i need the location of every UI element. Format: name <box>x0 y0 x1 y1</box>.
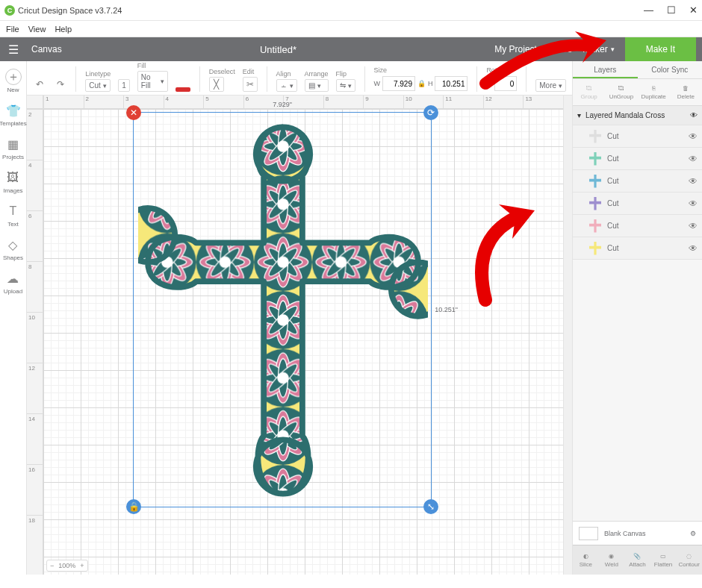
color-swatch[interactable] <box>176 87 190 92</box>
blank-canvas-row[interactable]: Blank Canvas ⚙ <box>573 521 702 545</box>
design-canvas[interactable]: 7.929" 10.251" ✕ ⟳ 🔒 ⤡ <box>43 109 563 575</box>
fill-label: Fill <box>137 62 168 69</box>
rail-text[interactable]: TText <box>5 200 22 231</box>
layer-thumb <box>589 242 601 255</box>
op-attach[interactable]: 📎Attach <box>624 545 650 575</box>
op-slice[interactable]: ◐Slice <box>573 545 599 575</box>
eye-icon[interactable]: 👁 <box>689 131 698 142</box>
rail-images[interactable]: 🖼Images <box>3 166 22 197</box>
tab-color-sync[interactable]: Color Sync <box>638 61 703 78</box>
op-weld[interactable]: ◉Weld <box>599 545 625 575</box>
attach-icon: 📎 <box>633 553 641 560</box>
header-canvas-label: Canvas <box>27 44 62 54</box>
rail-text-label: Text <box>7 221 19 228</box>
hamburger-icon[interactable]: ☰ <box>0 43 27 57</box>
window-close-icon[interactable]: ✕ <box>689 4 698 16</box>
app-header: ☰ Canvas Untitled* My Projects Save Make… <box>0 37 702 61</box>
machine-picker[interactable]: Maker ▾ <box>583 44 614 54</box>
rail-upload-label: Upload <box>4 288 22 295</box>
layer-row[interactable]: Cut👁 <box>573 170 702 193</box>
templates-icon: 👕 <box>5 102 22 119</box>
op-flatten[interactable]: ▭Flatten <box>650 545 677 575</box>
canvas-wrap: 24681012141618 12345678910111213 7.929" … <box>27 96 572 575</box>
edit-label: Edit <box>243 68 258 75</box>
op-contour[interactable]: ◌Contour <box>676 545 702 575</box>
vertical-scrollbar[interactable] <box>563 96 572 575</box>
layer-row[interactable]: Cut👁 <box>573 125 702 148</box>
fill-select[interactable]: No Fill▾ <box>137 71 168 92</box>
caret-down-icon: ▾ <box>577 111 581 119</box>
window-maximize-icon[interactable]: ☐ <box>667 4 676 16</box>
tab-layers[interactable]: Layers <box>573 61 638 78</box>
size-label: Size <box>373 66 468 74</box>
layer-name: Cut <box>607 244 619 252</box>
layers-panel: Layers Color Sync ⿻Group ⿻UnGroup ⎘Dupli… <box>572 61 702 575</box>
flatten-icon: ▭ <box>660 553 666 560</box>
layer-row[interactable]: Cut👁 <box>573 237 702 260</box>
layer-row[interactable]: Cut👁 <box>573 215 702 237</box>
lock-aspect-icon[interactable]: 🔒 <box>417 80 426 87</box>
eye-icon[interactable]: 👁 <box>689 154 698 164</box>
zoom-out-icon[interactable]: − <box>50 562 54 569</box>
align-select[interactable]: ⫠ ▾ <box>276 79 297 92</box>
blank-canvas-label: Blank Canvas <box>604 530 646 537</box>
rotate-input[interactable] <box>494 76 517 91</box>
eye-icon[interactable]: 👁 <box>689 221 698 231</box>
design-object-cross[interactable] <box>138 117 428 504</box>
more-select[interactable]: More▾ <box>535 79 566 92</box>
eye-icon[interactable]: 👁 <box>689 176 698 187</box>
my-projects-link[interactable]: My Projects <box>494 44 541 54</box>
layer-thumb <box>589 197 601 210</box>
op-group[interactable]: ⿻Group <box>573 79 605 105</box>
deselect-label: Deselect <box>209 68 235 75</box>
center-area: ↶ ↷ Linetype Cut▾ 1 Fill No Fill▾ Desele <box>27 61 572 575</box>
weld-icon: ◉ <box>609 553 614 560</box>
layer-row[interactable]: Cut👁 <box>573 148 702 170</box>
op-ungroup[interactable]: ⿻UnGroup <box>605 79 637 105</box>
projects-icon: ▦ <box>5 136 22 152</box>
rail-templates-label: Templates <box>0 120 27 127</box>
rail-new[interactable]: ＋New <box>5 66 22 96</box>
op-duplicate[interactable]: ⎘Duplicate <box>638 79 670 105</box>
lineweight-select[interactable]: 1 <box>118 79 130 92</box>
group-icon: ⿻ <box>586 85 592 92</box>
linetype-select[interactable]: Cut▾ <box>85 79 111 92</box>
menubar: File View Help <box>0 21 702 37</box>
redo-icon[interactable]: ↷ <box>54 77 67 92</box>
eye-icon[interactable]: 👁 <box>689 198 698 209</box>
window-minimize-icon[interactable]: — <box>644 4 653 16</box>
eye-icon[interactable]: 👁 <box>689 243 698 254</box>
zoom-in-icon[interactable]: + <box>80 562 84 569</box>
layer-name: Cut <box>607 222 619 230</box>
rail-upload[interactable]: ☁Upload <box>4 267 22 298</box>
size-h-input[interactable] <box>435 76 468 91</box>
arrange-select[interactable]: ▤ ▾ <box>305 79 329 92</box>
canvas-settings-icon[interactable]: ⚙ <box>690 530 696 537</box>
zoom-value: 100% <box>58 562 75 569</box>
shapes-icon: ◇ <box>4 237 21 253</box>
eye-icon[interactable]: 👁 <box>690 111 698 119</box>
zoom-control[interactable]: − 100% + <box>46 560 88 572</box>
save-button[interactable]: Save <box>552 44 572 54</box>
make-it-button[interactable]: Make It <box>625 37 696 61</box>
trash-icon: 🗑 <box>683 85 689 92</box>
arrange-label: Arrange <box>305 70 329 78</box>
layer-row[interactable]: Cut👁 <box>573 193 702 215</box>
rail-projects[interactable]: ▦Projects <box>2 133 24 163</box>
op-delete[interactable]: 🗑Delete <box>670 79 702 105</box>
document-name[interactable]: Untitled* <box>62 44 495 55</box>
menu-file[interactable]: File <box>6 25 19 34</box>
flip-select[interactable]: ⇋ ▾ <box>336 79 355 92</box>
menu-help[interactable]: Help <box>55 25 72 34</box>
layer-name: Cut <box>607 177 619 185</box>
layer-thumb <box>589 219 601 233</box>
rail-shapes[interactable]: ◇Shapes <box>3 234 23 264</box>
menu-view[interactable]: View <box>28 25 46 34</box>
rail-templates[interactable]: 👕Templates <box>0 99 27 130</box>
deselect-button[interactable]: ╳ <box>209 77 224 92</box>
edit-button[interactable]: ✂ <box>243 77 258 92</box>
layer-group-header[interactable]: ▾ Layered Mandala Cross 👁 <box>573 106 702 125</box>
undo-icon[interactable]: ↶ <box>33 77 46 92</box>
size-w-input[interactable] <box>382 76 415 91</box>
left-rail: ＋New 👕Templates ▦Projects 🖼Images TText … <box>0 61 27 575</box>
